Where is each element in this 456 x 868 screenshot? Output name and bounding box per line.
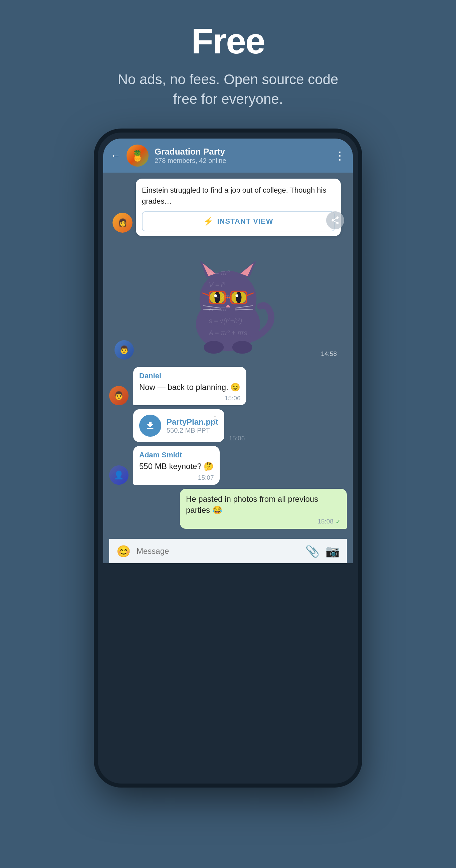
header-info: Graduation Party 278 members, 42 online — [155, 147, 328, 164]
back-button[interactable]: ← — [111, 150, 121, 161]
daniel-message-row: 👨 Daniel Now — back to planning. 😉 15:06 — [109, 367, 347, 406]
cat-sticker — [175, 249, 281, 356]
svg-point-9 — [236, 292, 241, 303]
emoji-button[interactable]: 😊 — [117, 545, 130, 558]
article-card-body: Einstein struggled to find a job out of … — [136, 179, 341, 236]
own-message-row: He pasted in photos from all previous pa… — [109, 489, 347, 529]
adam-time: 15:07 — [198, 474, 214, 482]
adam-message-row: 👤 Adam Smidt 550 MB keynote? 🤔 15:07 — [109, 446, 347, 485]
adam-text: 550 MB keynote? 🤔 — [139, 461, 214, 472]
file-size: 550.2 MB PPT — [166, 427, 218, 434]
download-icon — [145, 420, 156, 431]
instant-view-label: INSTANT VIEW — [217, 217, 273, 226]
daniel-time: 15:06 — [225, 395, 241, 402]
own-text: He pasted in photos from all previous pa… — [186, 493, 341, 516]
svg-point-1 — [200, 271, 257, 328]
camera-button[interactable]: 📷 — [326, 545, 339, 558]
group-status: 278 members, 42 online — [155, 157, 328, 164]
daniel-message-bubble: Daniel Now — back to planning. 😉 15:06 — [133, 367, 246, 406]
sticker-time: 14:58 — [321, 350, 337, 358]
header-menu-icon[interactable]: ⋮ — [334, 149, 345, 162]
svg-point-11 — [235, 294, 238, 297]
daniel-meta: 15:06 — [139, 395, 240, 402]
hero-subtitle: No ads, no fees. Open source code free f… — [108, 70, 348, 109]
chat-header: ← 🍍 Graduation Party 278 members, 42 onl… — [103, 138, 353, 173]
file-menu-icon[interactable]: ⋮ — [210, 414, 220, 425]
daniel-avatar: 👨 — [109, 386, 128, 405]
message-input[interactable] — [136, 547, 299, 556]
chat-body: 👩 Einstein struggled to find a job out o… — [103, 173, 353, 563]
daniel-bubble: Daniel Now — back to planning. 😉 15:06 — [133, 367, 246, 406]
svg-point-10 — [214, 294, 217, 297]
daniel-sender-name: Daniel — [139, 372, 240, 380]
file-download-button[interactable] — [139, 415, 161, 437]
sticker-sender-avatar: 👨 — [115, 340, 134, 360]
file-time: 15:06 — [229, 435, 245, 442]
instant-view-button[interactable]: ⚡ INSTANT VIEW — [142, 211, 335, 231]
own-time: 15:08 — [317, 518, 333, 525]
article-sender-avatar: 👩 — [113, 213, 132, 233]
adam-avatar: 👤 — [109, 465, 128, 485]
svg-point-23 — [232, 341, 252, 353]
adam-meta: 15:07 — [139, 474, 214, 482]
phone-frame: ← 🍍 Graduation Party 278 members, 42 onl… — [98, 132, 358, 783]
article-message: 👩 Einstein struggled to find a job out o… — [109, 179, 347, 236]
bolt-icon: ⚡ — [203, 217, 214, 226]
message-input-bar: 😊 📎 📷 — [109, 539, 347, 563]
svg-point-8 — [214, 292, 220, 303]
group-name: Graduation Party — [155, 147, 328, 157]
phone-screen: ← 🍍 Graduation Party 278 members, 42 onl… — [103, 138, 353, 563]
page-title: Free — [191, 20, 265, 62]
article-text: Einstein struggled to find a job out of … — [142, 185, 335, 207]
group-avatar: 🍍 — [126, 145, 149, 166]
article-card: Einstein struggled to find a job out of … — [136, 179, 341, 236]
attach-button[interactable]: 📎 — [305, 545, 320, 558]
sticker-message: A = πr² V = l³ P = 2πr A = πr² s = √(r²+… — [109, 243, 347, 363]
share-button[interactable] — [326, 211, 344, 229]
daniel-text: Now — back to planning. 😉 — [139, 381, 240, 393]
own-bubble: He pasted in photos from all previous pa… — [180, 489, 347, 529]
adam-bubble: Adam Smidt 550 MB keynote? 🤔 15:07 — [133, 446, 220, 485]
own-meta: 15:08 ✓ — [186, 518, 341, 525]
input-right-icons: 📎 📷 — [305, 545, 339, 558]
read-check-icon: ✓ — [335, 518, 341, 525]
adam-sender-name: Adam Smidt — [139, 451, 214, 459]
file-message-row: PartyPlan.ppt 550.2 MB PPT ⋮ 15:06 — [133, 409, 347, 442]
svg-point-22 — [204, 341, 224, 353]
file-bubble: PartyPlan.ppt 550.2 MB PPT ⋮ — [133, 409, 224, 442]
share-icon — [331, 216, 340, 225]
